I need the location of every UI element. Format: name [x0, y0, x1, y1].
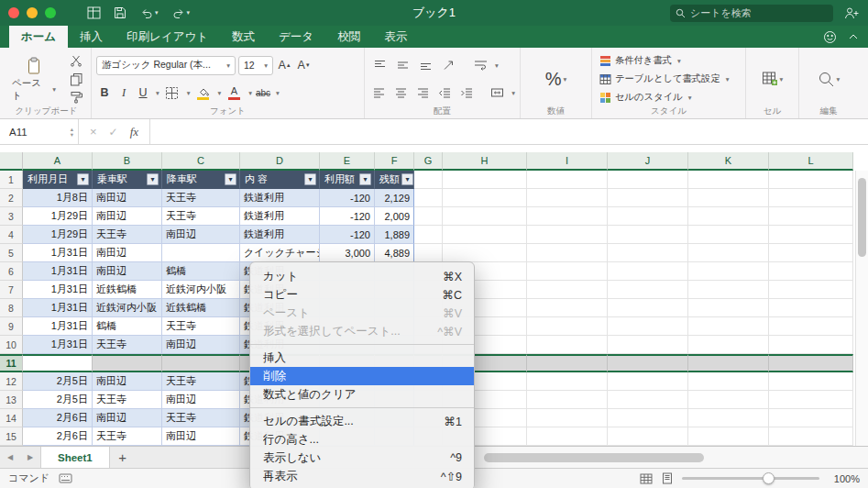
cell-A3[interactable]: 1月29日: [23, 207, 93, 226]
cell-F5[interactable]: 4,889: [375, 244, 414, 262]
cell-K3[interactable]: [688, 207, 769, 226]
align-bottom-button[interactable]: [415, 57, 435, 74]
cell-A1[interactable]: 利用月日▾: [23, 171, 93, 189]
cell-D3[interactable]: 鉄道利用: [240, 207, 320, 226]
prev-sheet-button[interactable]: ◀: [0, 447, 20, 468]
format-as-table-button[interactable]: テーブルとして書式設定 ▾: [597, 70, 741, 88]
cell-B6[interactable]: 南田辺: [93, 262, 162, 281]
menu-item-copy[interactable]: コピー⌘C: [250, 285, 474, 304]
cell-I3[interactable]: [527, 207, 608, 226]
column-header-B[interactable]: B: [93, 152, 162, 171]
row-header-4[interactable]: 4: [0, 226, 23, 244]
cell-L7[interactable]: [769, 281, 853, 299]
tab-formulas[interactable]: 数式: [220, 26, 267, 48]
cell-D4[interactable]: 鉄道利用: [240, 226, 320, 244]
column-header-L[interactable]: L: [769, 152, 853, 171]
cell-E3[interactable]: -120: [320, 207, 375, 226]
cell-B4[interactable]: 天王寺: [93, 226, 162, 244]
cell-A2[interactable]: 1月8日: [23, 189, 93, 207]
cut-button[interactable]: [66, 52, 86, 70]
cell-B7[interactable]: 近鉄鶴橋: [93, 281, 162, 299]
column-header-I[interactable]: I: [527, 152, 608, 171]
font-color-button[interactable]: A: [224, 84, 244, 102]
cell-G5[interactable]: [414, 244, 443, 262]
orientation-button[interactable]: [438, 57, 458, 74]
menu-item-unhide[interactable]: 再表示^⇧9: [250, 467, 474, 485]
filter-button[interactable]: ▾: [359, 173, 371, 185]
column-header-G[interactable]: G: [414, 152, 443, 171]
cell-K7[interactable]: [688, 281, 769, 299]
menu-item-clear-contents[interactable]: 数式と値のクリア: [250, 385, 474, 404]
decrease-indent-button[interactable]: [435, 84, 455, 102]
cell-A7[interactable]: 1月31日: [23, 281, 93, 299]
cell-C6[interactable]: 鶴橋: [162, 262, 240, 281]
cell-B8[interactable]: 近鉄河内小阪: [93, 299, 162, 317]
cell-K1[interactable]: [688, 171, 769, 189]
decrease-font-size-button[interactable]: A▾: [295, 56, 312, 74]
cell-J6[interactable]: [608, 262, 688, 281]
cell-I8[interactable]: [527, 299, 608, 317]
column-header-F[interactable]: F: [375, 152, 414, 171]
cell-J13[interactable]: [608, 391, 688, 409]
cell-styles-button[interactable]: セルのスタイル ▾: [597, 88, 741, 106]
close-window-button[interactable]: [8, 7, 19, 18]
cell-F4[interactable]: 1,889: [375, 226, 414, 244]
cell-H3[interactable]: [443, 207, 527, 226]
column-header-J[interactable]: J: [608, 152, 688, 171]
cell-K5[interactable]: [688, 244, 769, 262]
zoom-level-label[interactable]: 100%: [829, 473, 860, 484]
filter-button[interactable]: ▾: [401, 173, 413, 185]
column-header-D[interactable]: D: [240, 152, 320, 171]
align-center-button[interactable]: [391, 84, 411, 102]
horizontal-scrollbar-thumb[interactable]: [484, 453, 704, 462]
cell-J14[interactable]: [608, 409, 688, 427]
align-top-button[interactable]: [369, 57, 390, 74]
cell-J1[interactable]: [608, 171, 688, 189]
cancel-icon[interactable]: ×: [90, 125, 97, 139]
filter-button[interactable]: ▾: [304, 173, 316, 185]
copy-button[interactable]: [66, 71, 86, 88]
cell-C3[interactable]: 天王寺: [162, 207, 240, 226]
cell-H1[interactable]: [443, 171, 527, 189]
cell-L8[interactable]: [769, 299, 853, 317]
column-header-C[interactable]: C: [162, 152, 240, 171]
feedback-smiley-icon[interactable]: [823, 30, 837, 44]
cells-button[interactable]: ▾: [762, 55, 784, 103]
cell-A14[interactable]: 2月6日: [23, 409, 93, 427]
tab-view[interactable]: 表示: [372, 26, 419, 48]
normal-view-icon[interactable]: [640, 473, 653, 484]
add-sheet-button[interactable]: +: [110, 447, 136, 468]
cell-D2[interactable]: 鉄道利用: [240, 189, 320, 207]
cell-I5[interactable]: [527, 244, 608, 262]
cell-B12[interactable]: 南田辺: [93, 372, 162, 391]
cell-D1[interactable]: 内 容▾: [240, 171, 320, 189]
horizontal-scrollbar[interactable]: [474, 447, 868, 468]
cell-J2[interactable]: [608, 189, 688, 207]
page-layout-view-icon[interactable]: [662, 472, 673, 484]
cell-L6[interactable]: [769, 262, 853, 281]
menu-item-cut[interactable]: カット⌘X: [250, 267, 474, 285]
cell-B5[interactable]: 南田辺: [93, 244, 162, 262]
strikethrough-button[interactable]: abc: [255, 83, 271, 102]
tab-insert[interactable]: 挿入: [68, 26, 115, 48]
workbook-gallery-button[interactable]: [83, 5, 104, 21]
cell-E1[interactable]: 利用額▾: [320, 171, 375, 189]
cell-B2[interactable]: 南田辺: [93, 189, 162, 207]
row-header-12[interactable]: 12: [0, 372, 23, 391]
row-header-5[interactable]: 5: [0, 244, 23, 262]
row-header-2[interactable]: 2: [0, 189, 23, 207]
vertical-scrollbar[interactable]: [855, 171, 868, 446]
cell-K11[interactable]: [688, 354, 769, 372]
menu-item-hide[interactable]: 表示しない^9: [250, 449, 474, 467]
cell-C2[interactable]: 天王寺: [162, 189, 240, 207]
cell-G4[interactable]: [414, 226, 443, 244]
cell-I12[interactable]: [527, 372, 608, 391]
cell-I7[interactable]: [527, 281, 608, 299]
cell-K12[interactable]: [688, 372, 769, 391]
cell-K2[interactable]: [688, 189, 769, 207]
cell-L2[interactable]: [769, 189, 853, 207]
find-select-button[interactable]: ▾: [818, 55, 841, 103]
cell-L3[interactable]: [769, 207, 853, 226]
next-sheet-button[interactable]: ▶: [20, 447, 40, 468]
tab-home[interactable]: ホーム: [9, 26, 68, 48]
